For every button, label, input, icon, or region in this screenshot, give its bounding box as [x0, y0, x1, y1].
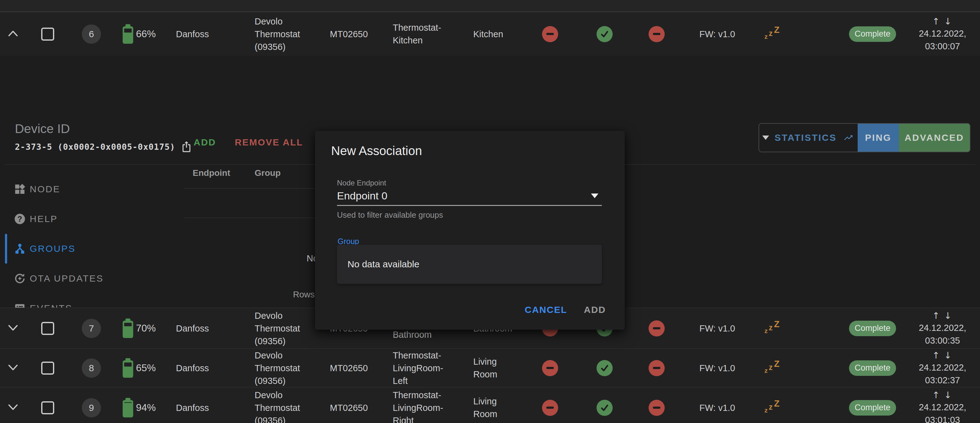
node-id: 9 — [89, 402, 94, 413]
expand-chevron-icon[interactable] — [8, 404, 19, 412]
battery-icon — [123, 321, 133, 338]
battery-icon — [123, 400, 133, 417]
tab-groups[interactable]: GROUPS — [0, 234, 118, 263]
node-name: Thermostat-Kitchen — [393, 21, 441, 47]
interview-status-badge: Complete — [849, 26, 896, 42]
node-id-badge: 8 — [82, 359, 101, 378]
no-data-text: No data available — [347, 259, 419, 270]
node-name: Thermostat-LivingRoom-Right — [393, 389, 443, 423]
row-checkbox[interactable] — [41, 362, 54, 375]
dialog-title: New Association — [331, 144, 422, 158]
minus-circle-icon — [542, 360, 558, 376]
row-checkbox[interactable] — [41, 322, 54, 335]
table-row[interactable]: 9 94% Danfoss DevoloThermostat(09356) MT… — [0, 387, 980, 423]
firmware-version: FW: v1.0 — [699, 362, 735, 374]
chevron-down-icon[interactable] — [762, 136, 769, 140]
select-underline — [337, 205, 602, 206]
tab-help[interactable]: ? HELP — [0, 204, 118, 234]
hierarchy-icon — [14, 243, 26, 255]
column-header-group: Group — [255, 168, 281, 178]
check-circle-icon — [597, 26, 612, 42]
check-circle-icon — [597, 360, 612, 376]
battery-icon — [123, 360, 133, 378]
add-button[interactable]: ADD — [584, 305, 606, 315]
collapse-chevron-icon[interactable] — [8, 30, 19, 38]
tab-ota-updates[interactable]: OTA UPDATES — [0, 263, 118, 294]
table-row[interactable]: 8 65% Danfoss DevoloThermostat(09356) MT… — [0, 348, 980, 387]
statistics-button[interactable]: STATISTICS — [759, 124, 858, 152]
select-caret-icon[interactable] — [591, 193, 598, 198]
node-name: Thermostat-LivingRoom-Left — [393, 349, 443, 387]
minus-circle-icon — [649, 26, 665, 42]
endpoint-hint: Used to filter available groups — [337, 210, 443, 220]
last-active-cell: ↑↓ 24.12.2022, 03:00:07 — [912, 16, 973, 53]
node-id: 6 — [89, 29, 94, 39]
interview-status-badge: Complete — [849, 321, 896, 336]
minus-circle-icon — [649, 400, 665, 416]
product-code: MT02650 — [330, 27, 368, 40]
new-association-dialog: New Association Node Endpoint Endpoint 0… — [315, 131, 625, 330]
export-icon[interactable] — [181, 141, 192, 154]
manufacturer: Danfoss — [176, 401, 209, 414]
expand-chevron-icon[interactable] — [8, 324, 19, 333]
last-active-cell: ↑↓ 24.12.2022, 03:01:03 — [912, 389, 973, 423]
add-association-button[interactable]: ADD — [194, 137, 216, 148]
row-checkbox[interactable] — [41, 401, 54, 414]
cancel-button[interactable]: CANCEL — [525, 305, 567, 315]
remove-all-button[interactable]: REMOVE ALL — [235, 137, 303, 148]
minus-circle-icon — [649, 360, 665, 376]
battery-indicator: 70% — [123, 319, 156, 338]
battery-indicator: 94% — [123, 398, 156, 417]
last-active-cell: ↑↓ 24.12.2022, 03:00:35 — [912, 310, 973, 347]
interview-status-badge: Complete — [849, 400, 896, 415]
minus-circle-icon — [649, 320, 665, 337]
node-id: 8 — [89, 363, 94, 374]
firmware-version: FW: v1.0 — [699, 322, 735, 335]
product-description: DevoloThermostat(09356) — [255, 309, 300, 347]
tab-node[interactable]: NODE — [0, 174, 118, 204]
interview-status-badge: Complete — [849, 360, 896, 376]
node-location: Kitchen — [473, 27, 503, 40]
table-row[interactable]: 6 66% Danfoss DevoloThermostat(09356) MT… — [0, 12, 980, 56]
expand-chevron-icon[interactable] — [8, 364, 19, 372]
sort-arrows-icon: ↑↓ — [915, 16, 973, 27]
help-circle-icon: ? — [14, 213, 26, 225]
device-id-value: 2-373-5 (0x0002-0x0005-0x0175) — [15, 142, 175, 152]
page-title: Device ID — [15, 121, 70, 136]
sleeping-icon: zzZ — [764, 320, 785, 337]
last-active-cell: ↑↓ 24.12.2022, 03:02:37 — [912, 350, 973, 387]
column-header-endpoint: Endpoint — [192, 168, 230, 178]
ping-button[interactable]: PING — [858, 124, 899, 152]
widgets-icon — [14, 183, 26, 195]
battery-indicator: 66% — [123, 24, 156, 44]
product-description: DevoloThermostat(09356) — [255, 349, 300, 387]
endpoint-select[interactable]: Endpoint 0 — [337, 190, 388, 202]
group-select-list[interactable]: No data available — [337, 245, 602, 284]
firmware-version: FW: v1.0 — [699, 401, 735, 414]
product-description: DevoloThermostat(09356) — [255, 15, 300, 53]
node-id-badge: 6 — [82, 24, 101, 44]
sort-arrows-icon: ↑↓ — [915, 389, 973, 401]
previous-row-edge — [0, 0, 980, 12]
manufacturer: Danfoss — [176, 322, 209, 335]
trending-up-icon — [842, 133, 854, 143]
battery-percent: 94% — [136, 402, 156, 413]
sort-arrows-icon: ↑↓ — [915, 350, 973, 361]
zwave-node-manager-screen: 6 66% Danfoss DevoloThermostat(09356) MT… — [0, 0, 980, 423]
node-location: LivingRoom — [473, 395, 497, 420]
row-checkbox[interactable] — [41, 27, 54, 41]
node-actions-group: STATISTICS PING ADVANCED — [759, 123, 970, 152]
sleeping-icon: zzZ — [764, 359, 785, 377]
battery-icon — [123, 26, 133, 44]
battery-percent: 66% — [136, 28, 156, 40]
product-code: MT02650 — [330, 362, 368, 374]
minus-circle-icon — [542, 400, 558, 416]
node-id: 7 — [89, 323, 94, 334]
node-id-badge: 7 — [82, 319, 101, 338]
sort-arrows-icon: ↑↓ — [915, 310, 973, 322]
product-code: MT02650 — [330, 401, 368, 414]
advanced-button[interactable]: ADVANCED — [899, 124, 970, 152]
battery-percent: 70% — [136, 322, 156, 334]
manufacturer: Danfoss — [176, 27, 209, 40]
statistics-label: STATISTICS — [775, 132, 837, 143]
